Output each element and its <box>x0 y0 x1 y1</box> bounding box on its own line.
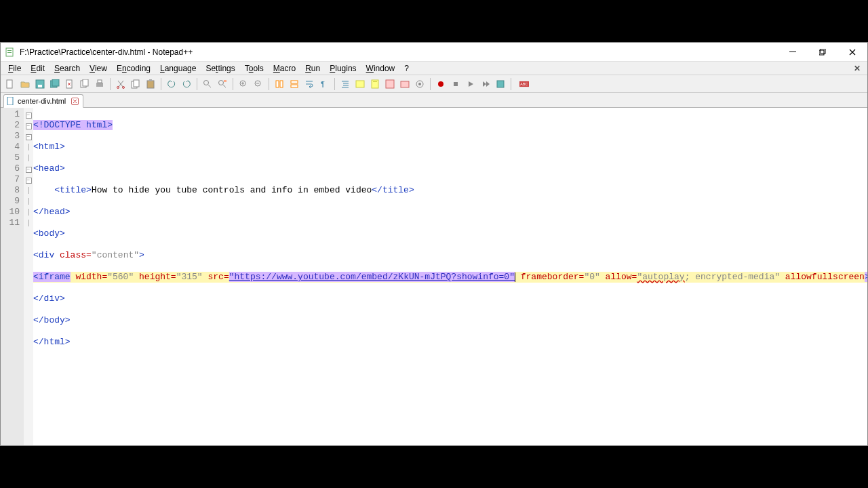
code-token: src= <box>203 272 229 282</box>
minimize-button[interactable] <box>778 43 808 62</box>
menu-file[interactable]: File <box>3 63 26 74</box>
print-icon[interactable] <box>93 77 106 91</box>
svg-point-22 <box>204 80 209 85</box>
file-icon <box>7 97 15 105</box>
code-token: <iframe <box>33 272 71 282</box>
svg-rect-34 <box>373 81 377 82</box>
svg-point-39 <box>438 81 443 87</box>
svg-rect-44 <box>7 97 13 105</box>
svg-rect-3 <box>789 52 796 52</box>
window-title: F:\Practice\Practice\center-div.html - N… <box>20 47 778 57</box>
svg-rect-2 <box>7 52 12 53</box>
save-all-icon[interactable] <box>48 77 62 91</box>
open-file-icon[interactable] <box>18 77 32 91</box>
sync-v-icon[interactable] <box>273 77 286 91</box>
code-token: width= <box>71 272 108 282</box>
func-list-icon[interactable] <box>383 77 397 91</box>
titlebar[interactable]: F:\Practice\Practice\center-div.html - N… <box>1 43 867 62</box>
folder-view-icon[interactable] <box>398 77 412 91</box>
pilcrow-icon[interactable]: ¶ <box>317 77 331 91</box>
code-token: <html> <box>33 142 65 152</box>
app-window: F:\Practice\Practice\center-div.html - N… <box>0 42 868 446</box>
close-doc-button[interactable]: ✕ <box>850 64 865 73</box>
svg-rect-6 <box>7 80 12 88</box>
toolbar: ¶ ABC <box>1 75 867 93</box>
line-gutter: 1 2 3 4 5 6 7 8 9 10 11 <box>1 108 24 445</box>
svg-rect-20 <box>147 81 154 88</box>
close-file-icon[interactable] <box>63 77 77 91</box>
svg-rect-35 <box>386 80 394 88</box>
undo-icon[interactable] <box>165 77 178 91</box>
menu-encoding[interactable]: Encoding <box>112 63 155 74</box>
svg-rect-40 <box>454 82 458 86</box>
replace-icon[interactable] <box>216 77 229 91</box>
svg-rect-13 <box>83 79 88 86</box>
redo-icon[interactable] <box>180 77 193 91</box>
svg-text:¶: ¶ <box>321 80 325 88</box>
user-lang-icon[interactable] <box>353 77 367 91</box>
svg-rect-4 <box>819 50 824 55</box>
tab-active[interactable]: center-div.html <box>3 94 83 108</box>
rec-macro-icon[interactable] <box>434 77 448 91</box>
code-token: "https://www.youtube.com/embed/zKkUN-mJt… <box>229 272 515 282</box>
menu-help[interactable]: ? <box>399 63 414 74</box>
code-area[interactable]: <!DOCTYPE html> <html> <head> <title>How… <box>33 108 867 445</box>
copy-icon[interactable] <box>129 77 142 91</box>
svg-rect-30 <box>291 85 298 87</box>
doc-map-icon[interactable] <box>368 77 382 91</box>
find-icon[interactable] <box>201 77 214 91</box>
code-token: </div> <box>33 293 65 304</box>
code-token: <title> <box>54 185 92 195</box>
sync-h-icon[interactable] <box>288 77 301 91</box>
close-all-icon[interactable] <box>78 77 92 91</box>
spellcheck-icon[interactable]: ABC <box>515 77 534 91</box>
play-multi-icon[interactable] <box>479 77 492 91</box>
menu-tools[interactable]: Tools <box>240 63 269 74</box>
new-file-icon[interactable] <box>3 77 17 91</box>
maximize-button[interactable] <box>808 43 837 62</box>
tab-close-icon[interactable] <box>71 98 79 105</box>
svg-rect-41 <box>497 81 504 87</box>
play-macro-icon[interactable] <box>464 77 477 91</box>
code-token: "autoplay <box>637 272 684 282</box>
save-macro-icon[interactable] <box>494 77 507 91</box>
code-token: </html> <box>33 337 71 347</box>
save-icon[interactable] <box>33 77 47 91</box>
svg-rect-15 <box>98 80 102 83</box>
indent-guide-icon[interactable] <box>338 77 352 91</box>
cut-icon[interactable] <box>114 77 127 91</box>
zoom-out-icon[interactable] <box>252 77 265 91</box>
editor-area[interactable]: 1 2 3 4 5 6 7 8 9 10 11 − − − − − <!DOCT… <box>1 108 867 445</box>
stop-macro-icon[interactable] <box>449 77 462 91</box>
code-token: </head> <box>33 207 71 217</box>
wrap-icon[interactable] <box>302 77 316 91</box>
tabbar: center-div.html <box>1 93 867 108</box>
code-token: ></if <box>865 272 867 282</box>
code-token: > <box>139 250 144 260</box>
menu-settings[interactable]: Settings <box>201 63 239 74</box>
svg-rect-32 <box>356 81 364 87</box>
fold-column[interactable]: − − − − − <box>24 108 33 445</box>
menu-view[interactable]: View <box>85 63 112 74</box>
app-icon <box>5 47 16 58</box>
svg-rect-29 <box>291 81 298 83</box>
paste-icon[interactable] <box>144 77 157 91</box>
svg-rect-8 <box>38 85 42 87</box>
zoom-in-icon[interactable] <box>237 77 250 91</box>
code-token: class= <box>54 250 92 260</box>
svg-rect-19 <box>134 80 139 87</box>
code-token: "560" <box>107 272 134 282</box>
code-token: ; encrypted-media" <box>685 272 780 282</box>
svg-point-23 <box>219 80 224 85</box>
menu-edit[interactable]: Edit <box>26 63 50 74</box>
close-button[interactable] <box>837 43 867 62</box>
menu-plugins[interactable]: Plugins <box>325 63 361 74</box>
code-token: allow= <box>600 272 637 282</box>
menu-window[interactable]: Window <box>361 63 400 74</box>
menu-macro[interactable]: Macro <box>269 63 300 74</box>
menu-language[interactable]: Language <box>155 63 201 74</box>
menu-run[interactable]: Run <box>300 63 325 74</box>
monitor-icon[interactable] <box>413 77 427 91</box>
menu-search[interactable]: Search <box>50 63 85 74</box>
tab-label: center-div.html <box>18 97 66 105</box>
